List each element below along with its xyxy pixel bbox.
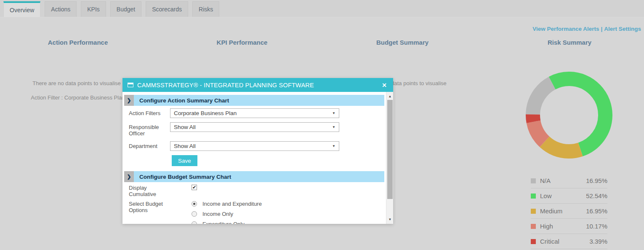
high-swatch <box>531 224 536 229</box>
legend-value: 52.54% <box>586 192 607 199</box>
risk-summary-heading: Risk Summary <box>548 39 591 46</box>
save-button[interactable]: Save <box>172 155 197 166</box>
radio-option-income-and-expenditure: Income and Expenditure <box>192 201 262 207</box>
display-cumulative-row: Display Cumulative ✔ <box>124 185 384 197</box>
risk-donut-svg <box>526 72 612 159</box>
selected-value: Corporate Business Plan <box>174 110 332 116</box>
alert-links: View Performance Alerts|Alert Settings <box>532 26 641 32</box>
legend-row-medium: Medium 16.95% <box>531 204 607 219</box>
window-icon <box>128 83 133 87</box>
department-label: Department <box>129 141 170 149</box>
section-title: Configure Budget Summary Chart <box>134 171 384 182</box>
tab-risks[interactable]: Risks <box>192 1 219 17</box>
radio-button[interactable] <box>192 221 197 224</box>
scroll-down-icon[interactable]: ▼ <box>386 216 393 223</box>
modal-body: ❯ Configure Action Summary Chart Action … <box>122 92 393 224</box>
tab-kpis[interactable]: KPIs <box>81 1 106 17</box>
legend-row-na: N/A 16.95% <box>531 173 607 188</box>
scroll-up-icon[interactable]: ▲ <box>386 93 393 100</box>
modal-scrollbar[interactable]: ▲ ▼ <box>386 92 393 224</box>
legend-label: N/A <box>540 177 586 184</box>
action-filters-row: Action Filters Corporate Business Plan ▼ <box>124 108 384 118</box>
budget-summary-heading: Budget Summary <box>376 39 428 46</box>
chevron-down-icon: ▼ <box>332 111 335 115</box>
tab-bar: Overview Actions KPIs Budget Scorecards … <box>0 0 644 17</box>
legend-label: Low <box>540 192 586 199</box>
action-performance-heading: Action Performance <box>48 39 108 46</box>
radio-option-income-only: Income Only <box>192 211 262 217</box>
budget-options-group: Income and Expenditure Income Only Expen… <box>170 201 262 224</box>
modal-title-text: CAMMSSTRATEGY® - INTEGRATED PLANNING SOF… <box>137 82 381 89</box>
responsible-officer-label: Responsible Officer <box>129 122 170 137</box>
config-modal: CAMMSSTRATEGY® - INTEGRATED PLANNING SOF… <box>122 78 393 224</box>
section-title: Configure Action Summary Chart <box>134 95 384 106</box>
kpi-performance-heading: KPI Performance <box>217 39 268 46</box>
close-icon[interactable]: ✕ <box>381 82 388 89</box>
tab-overview[interactable]: Overview <box>3 1 40 17</box>
display-cumulative-checkbox[interactable]: ✔ <box>192 185 197 190</box>
legend-value: 10.17% <box>586 223 607 230</box>
checkbox-cell: ✔ <box>170 185 197 190</box>
legend-value: 3.39% <box>589 238 607 245</box>
department-select[interactable]: Show All ▼ <box>170 141 339 151</box>
action-filters-label: Action Filters <box>129 108 170 116</box>
chevron-down-icon: ▼ <box>332 125 335 129</box>
risk-legend: N/A 16.95% Low 52.54% Medium 16.95% High… <box>531 173 607 249</box>
budget-summary-section-header[interactable]: ❯ Configure Budget Summary Chart <box>124 171 384 182</box>
responsible-officer-select[interactable]: Show All ▼ <box>170 122 339 132</box>
link-separator: | <box>599 26 604 32</box>
tab-actions[interactable]: Actions <box>45 1 77 17</box>
responsible-officer-row: Responsible Officer Show All ▼ <box>124 122 384 137</box>
radio-label: Income and Expenditure <box>202 201 262 207</box>
chevron-right-icon: ❯ <box>124 95 134 106</box>
radio-option-expenditure-only: Expenditure Only <box>192 221 262 224</box>
action-no-data-text: There are no data points to visualise <box>32 80 121 86</box>
action-summary-section-header[interactable]: ❯ Configure Action Summary Chart <box>124 95 384 106</box>
legend-row-critical: Critical 3.39% <box>531 234 607 249</box>
legend-row-high: High 10.17% <box>531 219 607 234</box>
radio-label: Expenditure Only <box>202 221 245 224</box>
display-cumulative-label: Display Cumulative <box>129 185 170 197</box>
radio-button[interactable] <box>192 201 197 207</box>
critical-swatch <box>531 239 536 244</box>
chevron-down-icon: ▼ <box>332 144 335 148</box>
tab-scorecards[interactable]: Scorecards <box>146 1 188 17</box>
legend-value: 16.95% <box>586 207 607 215</box>
legend-label: Medium <box>540 207 586 215</box>
legend-row-low: Low 52.54% <box>531 188 607 204</box>
scrollbar-thumb[interactable] <box>387 100 393 199</box>
legend-value: 16.95% <box>586 177 607 184</box>
alert-settings-link[interactable]: Alert Settings <box>604 26 641 32</box>
legend-label: High <box>540 223 586 230</box>
department-row: Department Show All ▼ <box>124 141 384 151</box>
view-performance-alerts-link[interactable]: View Performance Alerts <box>532 26 599 32</box>
chevron-right-icon: ❯ <box>124 171 134 182</box>
medium-swatch <box>531 209 536 214</box>
dashboard-page: Overview Actions KPIs Budget Scorecards … <box>0 0 644 250</box>
check-icon: ✔ <box>192 185 196 190</box>
selected-value: Show All <box>174 143 332 149</box>
low-swatch <box>531 194 536 199</box>
action-filter-note: Action Filter : Corporate Business Plan <box>31 94 125 101</box>
budget-options-label: Select Budget Options <box>129 201 170 213</box>
budget-options-row: Select Budget Options Income and Expendi… <box>124 201 384 224</box>
na-swatch <box>531 178 536 183</box>
action-filters-select[interactable]: Corporate Business Plan ▼ <box>170 108 339 118</box>
tab-budget[interactable]: Budget <box>110 1 141 17</box>
legend-label: Critical <box>540 238 589 245</box>
radio-button[interactable] <box>192 211 197 217</box>
risk-donut-chart <box>526 72 612 159</box>
modal-title-bar: CAMMSSTRATEGY® - INTEGRATED PLANNING SOF… <box>122 78 393 92</box>
selected-value: Show All <box>174 124 332 130</box>
radio-label: Income Only <box>202 211 233 217</box>
